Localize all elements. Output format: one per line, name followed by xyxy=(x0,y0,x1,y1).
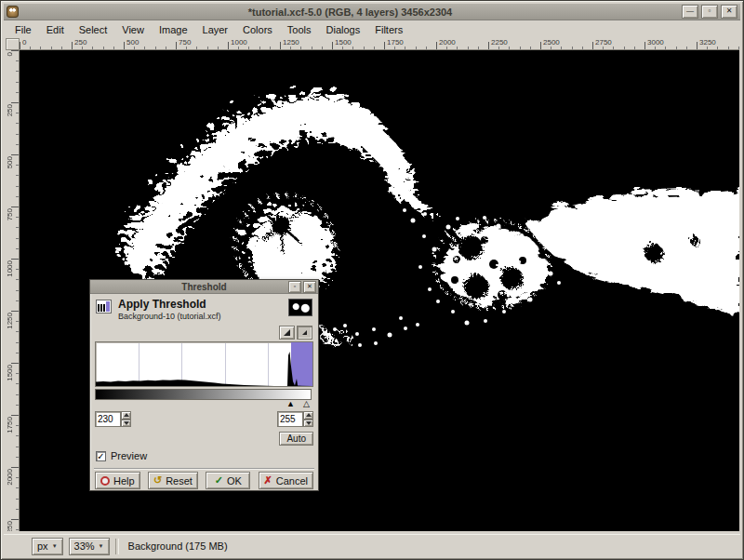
menu-item[interactable]: Layer xyxy=(195,22,236,37)
preview-label: Preview xyxy=(111,450,147,461)
histogram-scale-toggles xyxy=(279,326,312,340)
threshold-dialog: Threshold ▫ ✕ Apply Threshold Background… xyxy=(89,279,319,491)
ruler-label: 250 xyxy=(6,102,20,154)
ruler-label: 2250 xyxy=(488,38,540,50)
dialog-heading: Apply Threshold xyxy=(118,298,206,311)
help-button[interactable]: Help xyxy=(95,472,140,489)
ruler-label: 1500 xyxy=(6,363,20,415)
ruler-label: 1750 xyxy=(6,415,20,467)
unit-combo[interactable]: px ▼ xyxy=(32,538,63,555)
low-threshold-marker[interactable]: ▲ xyxy=(286,400,295,408)
ruler-label: 750 xyxy=(6,207,20,259)
threshold-gradient-bar[interactable] xyxy=(95,389,312,400)
window-title: *tutorial.xcf-5.0 (RGB, 4 layers) 3456x2… xyxy=(22,7,678,18)
high-threshold-spinbox xyxy=(277,411,313,427)
dialog-titlebar[interactable]: Threshold ▫ ✕ xyxy=(90,280,318,294)
ruler-label: 3250 xyxy=(697,38,739,50)
ruler-label: 2000 xyxy=(436,38,488,50)
preview-option: ✓ Preview xyxy=(96,450,147,461)
menu-item[interactable]: Edit xyxy=(39,22,72,37)
status-text: Background (175 MB) xyxy=(125,540,228,552)
menu-item[interactable]: Image xyxy=(152,22,195,37)
ruler-label: 1250 xyxy=(280,38,332,50)
ruler-label: 3000 xyxy=(644,38,697,50)
linear-icon xyxy=(284,329,290,336)
cancel-button[interactable]: ✗ Cancel xyxy=(259,472,313,489)
high-spin-up-button[interactable] xyxy=(303,411,313,420)
ruler-label: 500 xyxy=(6,154,20,207)
ruler-corner xyxy=(6,38,20,50)
ruler-label: 250 xyxy=(72,38,124,50)
ruler-label: 0 xyxy=(6,50,20,102)
ruler-label: 1750 xyxy=(384,38,436,50)
low-spin-down-button[interactable] xyxy=(121,420,131,428)
ruler-label: 750 xyxy=(176,38,228,50)
zoom-combo[interactable]: 33% ▼ xyxy=(69,538,110,555)
linear-histogram-button[interactable] xyxy=(279,326,295,340)
gimp-wilber-icon xyxy=(7,6,19,18)
auto-button[interactable]: Auto xyxy=(279,432,313,446)
ruler-label: 2000 xyxy=(6,467,20,519)
window-controls: — ▫ ✕ xyxy=(682,5,737,19)
dialog-title: Threshold xyxy=(90,282,318,292)
dropdown-icon: ▼ xyxy=(52,543,58,549)
ruler-label: 2750 xyxy=(592,38,644,50)
threshold-icon xyxy=(96,300,112,313)
high-spin-down-button[interactable] xyxy=(303,420,313,428)
menubar: FileEditSelectViewImageLayerColorsToolsD… xyxy=(4,20,740,38)
ok-icon: ✓ xyxy=(215,474,223,487)
logarithmic-histogram-button[interactable] xyxy=(297,326,312,340)
threshold-values xyxy=(95,411,313,427)
high-threshold-marker[interactable]: △ xyxy=(303,400,310,408)
reset-icon: ↺ xyxy=(153,474,162,487)
dropdown-icon: ▼ xyxy=(99,543,104,549)
low-threshold-spinbox xyxy=(95,411,131,427)
dialog-subtitle: Background-10 (tutorial.xcf) xyxy=(118,312,221,321)
menu-item[interactable]: Dialogs xyxy=(319,22,368,37)
ruler-label: 2500 xyxy=(540,38,592,50)
dialog-maximize-button[interactable]: ▫ xyxy=(288,281,301,293)
logarithmic-icon xyxy=(302,330,307,335)
dialog-separator xyxy=(94,468,314,470)
histogram[interactable] xyxy=(95,341,313,387)
ruler-label: 0 xyxy=(20,38,72,50)
statusbar: px ▼ 33% ▼ Background (175 MB) xyxy=(4,534,740,557)
maximize-button[interactable]: ▫ xyxy=(701,5,718,19)
vertical-ruler[interactable]: 0250500750100012501500175020002250 xyxy=(6,50,20,531)
ruler-label: 1500 xyxy=(332,38,384,50)
menu-item[interactable]: File xyxy=(7,22,39,37)
statusbar-separator xyxy=(115,539,119,554)
menu-item[interactable]: Colors xyxy=(235,22,280,37)
dialog-action-buttons: Help ↺ Reset ✓ OK ✗ Cancel xyxy=(95,472,313,489)
dialog-header: Apply Threshold Background-10 (tutorial.… xyxy=(96,298,312,327)
histogram-curve xyxy=(96,342,312,386)
low-threshold-input[interactable] xyxy=(95,411,121,427)
ok-button[interactable]: ✓ OK xyxy=(206,472,250,489)
ruler-label: 500 xyxy=(124,38,176,50)
minimize-button[interactable]: — xyxy=(682,5,698,19)
menu-item[interactable]: Tools xyxy=(280,22,319,37)
reset-button[interactable]: ↺ Reset xyxy=(148,472,198,489)
horizontal-ruler[interactable]: 0250500750100012501500175020002250250027… xyxy=(20,38,739,50)
help-icon xyxy=(100,476,110,486)
titlebar[interactable]: *tutorial.xcf-5.0 (RGB, 4 layers) 3456x2… xyxy=(4,4,740,20)
dialog-close-button[interactable]: ✕ xyxy=(303,281,316,293)
ruler-label: 1000 xyxy=(228,38,280,50)
cancel-icon: ✗ xyxy=(264,474,272,487)
menu-item[interactable]: Filters xyxy=(367,22,410,37)
low-spin-up-button[interactable] xyxy=(121,411,131,420)
ruler-label: 1000 xyxy=(6,259,20,311)
high-threshold-input[interactable] xyxy=(277,411,303,427)
preview-checkbox[interactable]: ✓ xyxy=(96,451,106,461)
gimp-window: *tutorial.xcf-5.0 (RGB, 4 layers) 3456x2… xyxy=(0,0,744,560)
menu-item[interactable]: Select xyxy=(72,22,115,37)
ruler-label: 1250 xyxy=(6,311,20,363)
menu-item[interactable]: View xyxy=(114,22,152,37)
layer-thumbnail xyxy=(288,299,312,316)
close-button[interactable]: ✕ xyxy=(721,5,737,19)
ruler-label: 2250 xyxy=(6,519,20,531)
